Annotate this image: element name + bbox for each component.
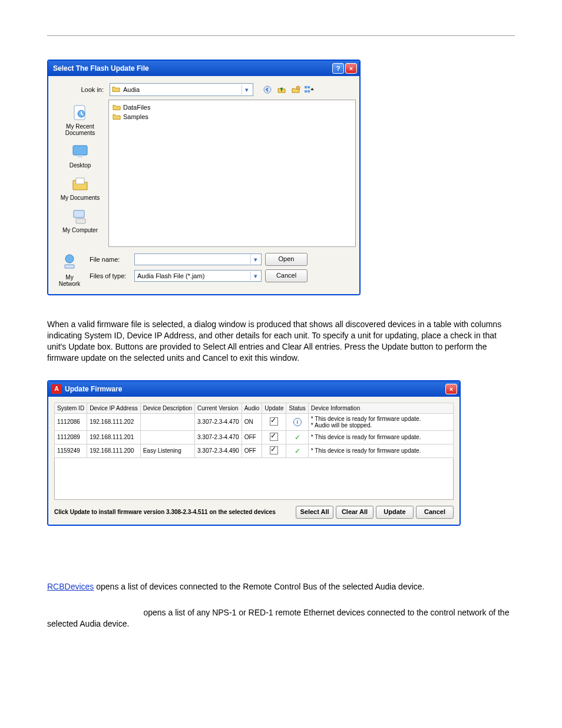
body-paragraph: When a valid firmware file is selected, … [47,319,515,364]
cell-audio: ON [242,413,262,430]
col-systemid: System ID [55,403,87,413]
col-desc: Device Description [140,403,194,413]
device-table: System ID Device IP Address Device Descr… [54,403,454,458]
places-bar: My Recent Documents Desktop My Documents… [52,100,108,247]
filetype-label: Files of type: [90,272,131,279]
table-header-row: System ID Device IP Address Device Descr… [55,403,454,413]
cell-ip: 192.168.111.202 [87,413,141,430]
close-icon[interactable]: × [345,63,357,74]
svg-rect-11 [74,210,84,218]
place-label: My Network [59,274,81,287]
cell-systemid: 1159249 [55,444,87,457]
filename-label: File name: [90,256,131,263]
dialog-titlebar[interactable]: Select The Flash Update File ? × [48,61,359,76]
folder-item[interactable]: Samples [111,112,353,121]
rcbdevices-paragraph: RCBDevices opens a list of devices conne… [47,581,515,592]
svg-rect-2 [305,86,307,88]
help-icon[interactable]: ? [332,63,344,74]
svg-point-1 [296,86,300,90]
table-empty-area [54,458,454,500]
cell-status: i [286,413,308,430]
table-row[interactable]: 1159249 192.168.111.200 Easy Listening 3… [55,444,454,457]
col-ip: Device IP Address [87,403,141,413]
folder-icon [113,113,121,121]
info-icon: i [293,418,302,426]
place-recent[interactable]: My Recent Documents [65,103,95,136]
place-label: My Computer [62,227,98,233]
cell-desc [140,430,194,444]
remote-ethernet-text: opens a list of any NPS-1 or RED-1 remot… [47,608,509,628]
svg-rect-10 [76,178,84,184]
update-button[interactable]: Update [376,506,414,519]
dialog-titlebar[interactable]: A Update Firmware × [48,381,459,397]
footer-text: Click Update to install firmware version… [54,509,276,515]
table-row[interactable]: 1112086 192.168.111.202 3.307-2.3-4.470 … [55,413,454,430]
cell-status: ✓ [286,430,308,444]
cell-audio: OFF [242,444,262,457]
svg-rect-3 [305,90,307,93]
place-label: Desktop [70,162,91,169]
clear-all-button[interactable]: Clear All [336,506,373,519]
new-folder-icon[interactable] [290,84,302,95]
file-list[interactable]: DataFiles Samples [108,100,356,247]
look-in-label: Look in: [54,86,106,93]
cell-info: * This device is ready for firmware upda… [308,430,453,444]
col-audio: Audio [242,403,262,413]
app-icon: A [52,384,61,394]
folder-name: DataFiles [123,104,150,111]
cancel-button[interactable]: Cancel [416,506,454,519]
cell-desc: Easy Listening [140,444,194,457]
back-icon[interactable] [262,84,273,95]
checkbox-icon[interactable] [270,446,278,454]
place-mydocuments[interactable]: My Documents [61,174,100,201]
close-icon[interactable]: × [445,384,457,394]
filename-input[interactable]: ▾ [134,253,262,265]
checkbox-icon[interactable] [270,417,278,426]
cell-audio: OFF [242,430,262,444]
open-button[interactable]: Open [265,253,308,266]
cell-update[interactable] [262,413,286,430]
table-row[interactable]: 1112089 192.168.111.201 3.307-2.3-4.470 … [55,430,454,444]
folder-icon [113,103,121,111]
cell-version: 3.307-2.3-4.470 [195,430,242,444]
cell-update[interactable] [262,430,286,444]
svg-point-13 [65,255,74,263]
update-firmware-dialog: A Update Firmware × System ID Device IP … [47,380,461,526]
place-mycomputer[interactable]: My Computer [62,207,98,233]
dialog-title: Update Firmware [65,385,122,393]
chevron-down-icon[interactable]: ▾ [250,271,260,281]
cancel-button[interactable]: Cancel [265,269,308,282]
col-info: Device Information [308,403,453,413]
rcbdevices-text: opens a list of devices connected to the… [94,582,424,591]
place-label: My Documents [61,195,100,201]
place-label: My Recent Documents [65,123,95,136]
place-network[interactable]: My Network [54,253,85,287]
look-in-value: Audia [123,86,140,93]
check-icon: ✓ [295,433,300,442]
cell-systemid: 1112086 [55,413,87,430]
cell-update[interactable] [262,444,286,457]
place-desktop[interactable]: Desktop [69,142,91,169]
chevron-down-icon[interactable]: ▾ [242,85,252,94]
look-in-dropdown[interactable]: Audia ▾ [110,83,253,96]
cell-ip: 192.168.111.200 [87,444,141,457]
file-open-dialog: Select The Flash Update File ? × Look in… [47,60,361,295]
up-folder-icon[interactable] [276,84,287,95]
filetype-value: Audia Flash File (*.jam) [137,272,204,279]
view-menu-icon[interactable] [304,84,316,95]
select-all-button[interactable]: Select All [296,506,333,519]
checkbox-icon[interactable] [270,433,278,441]
rcbdevices-link[interactable]: RCBDevices [47,582,94,591]
svg-rect-5 [308,90,310,93]
col-version: Current Version [195,403,242,413]
cell-info: * This device is ready for firmware upda… [308,413,453,430]
cell-desc [140,413,194,430]
cell-version: 3.307-2.3-4.470 [195,413,242,430]
folder-item[interactable]: DataFiles [111,103,353,112]
chevron-down-icon[interactable]: ▾ [250,255,260,264]
col-update: Update [262,403,286,413]
col-status: Status [286,403,308,413]
cell-version: 3.307-2.3-4.490 [195,444,242,457]
cell-ip: 192.168.111.201 [87,430,141,444]
filetype-dropdown[interactable]: Audia Flash File (*.jam) ▾ [134,270,262,282]
